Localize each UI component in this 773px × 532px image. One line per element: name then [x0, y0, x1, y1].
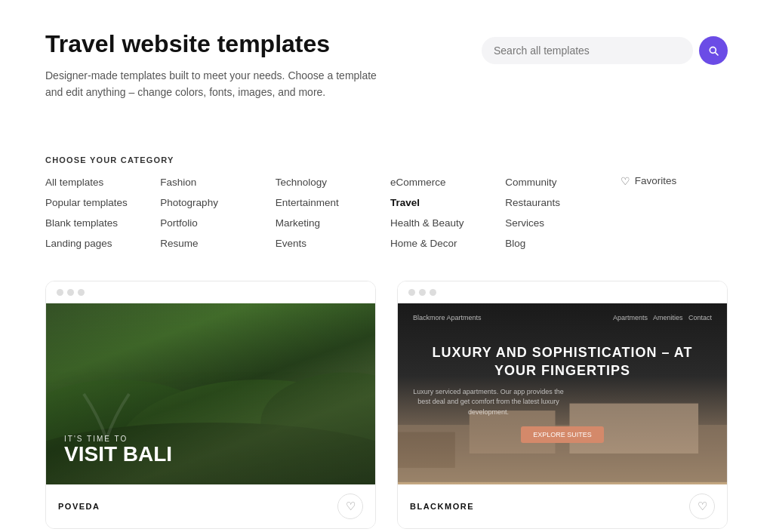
favorite-button-poveda[interactable]: ♡ [337, 494, 363, 519]
window-dot-6 [430, 289, 436, 296]
category-portfolio[interactable]: Portfolio [160, 216, 267, 230]
blackmore-overlay-text: LUXURY AND SOPHISTICATION – AT YOUR FING… [413, 344, 712, 443]
category-col-4: eCommerce Travel Health & Beauty Home & … [390, 175, 497, 251]
heart-icon-blackmore: ♡ [698, 500, 707, 513]
category-grid: All templates Popular templates Blank te… [45, 175, 728, 251]
blackmore-subtitle: Luxury serviced apartments. Our app prov… [413, 387, 564, 418]
page-subtitle: Designer-made templates built to meet yo… [45, 67, 393, 101]
search-input[interactable] [494, 45, 681, 57]
category-landing-pages[interactable]: Landing pages [45, 236, 152, 251]
window-dot-3 [78, 289, 85, 296]
category-travel[interactable]: Travel [390, 195, 497, 210]
search-button[interactable] [699, 36, 728, 65]
templates-grid: IT'S TIME TO VISIT BALI POVEDA ♡ Blackmo… [45, 281, 728, 529]
category-blog[interactable]: Blog [505, 236, 612, 251]
card-footer-poveda: POVEDA ♡ [46, 484, 375, 528]
category-entertainment[interactable]: Entertainment [276, 195, 383, 210]
window-dot-1 [57, 289, 63, 296]
card-top-bar-blackmore [398, 281, 727, 303]
page-title: Travel website templates [45, 30, 393, 58]
category-popular-templates[interactable]: Popular templates [45, 195, 152, 210]
category-events[interactable]: Events [276, 236, 383, 251]
category-health-beauty[interactable]: Health & Beauty [390, 216, 497, 230]
category-col-6: ♡ Favorites [621, 175, 728, 251]
search-icon [707, 45, 719, 57]
category-home-decor[interactable]: Home & Decor [390, 236, 497, 251]
category-col-2: Fashion Photography Portfolio Resume [160, 175, 267, 251]
category-fashion[interactable]: Fashion [160, 175, 267, 189]
heart-icon-poveda: ♡ [346, 500, 356, 513]
category-community[interactable]: Community [505, 175, 612, 189]
template-preview-blackmore: Blackmore Apartments Apartments Amenitie… [398, 303, 727, 484]
category-blank-templates[interactable]: Blank templates [45, 216, 152, 230]
card-footer-blackmore: BLACKMORE ♡ [398, 484, 727, 528]
favorite-button-blackmore[interactable]: ♡ [689, 494, 715, 519]
template-card-blackmore[interactable]: Blackmore Apartments Apartments Amenitie… [397, 281, 728, 529]
category-col-3: Technology Entertainment Marketing Event… [276, 175, 383, 251]
category-restaurants[interactable]: Restaurants [505, 195, 612, 210]
blackmore-title: LUXURY AND SOPHISTICATION – AT YOUR FING… [413, 344, 712, 380]
template-card-poveda[interactable]: IT'S TIME TO VISIT BALI POVEDA ♡ [45, 281, 376, 529]
window-dot-5 [419, 289, 426, 296]
category-ecommerce[interactable]: eCommerce [390, 175, 497, 189]
window-dot-4 [408, 289, 415, 296]
poveda-overlay-text: IT'S TIME TO VISIT BALI [64, 435, 357, 466]
page-header: Travel website templates Designer-made t… [45, 30, 728, 128]
header-right [482, 36, 728, 65]
category-all-templates[interactable]: All templates [45, 175, 152, 189]
category-photography[interactable]: Photography [160, 195, 267, 210]
card-top-bar-poveda [46, 281, 375, 303]
category-section: CHOOSE YOUR CATEGORY All templates Popul… [45, 155, 728, 251]
category-resume[interactable]: Resume [160, 236, 267, 251]
window-dot-2 [67, 289, 74, 296]
category-col-5: Community Restaurants Services Blog [505, 175, 612, 251]
category-col-1: All templates Popular templates Blank te… [45, 175, 152, 251]
poveda-overlay-big: VISIT BALI [64, 443, 357, 466]
category-services[interactable]: Services [505, 216, 612, 230]
template-name-blackmore: BLACKMORE [410, 502, 474, 511]
category-favorites[interactable]: ♡ Favorites [621, 175, 728, 187]
category-technology[interactable]: Technology [276, 175, 383, 189]
category-section-label: CHOOSE YOUR CATEGORY [45, 155, 728, 165]
poveda-overlay-small: IT'S TIME TO [64, 435, 357, 443]
search-bar [482, 37, 693, 64]
category-marketing[interactable]: Marketing [276, 216, 383, 230]
blackmore-explore-btn: EXPLORE SUITES [521, 426, 604, 443]
header-left: Travel website templates Designer-made t… [45, 30, 393, 128]
heart-icon: ♡ [621, 175, 630, 187]
blackmore-nav: Blackmore Apartments Apartments Amenitie… [398, 314, 727, 321]
template-name-poveda: POVEDA [58, 502, 100, 511]
template-preview-poveda: IT'S TIME TO VISIT BALI [46, 303, 375, 484]
